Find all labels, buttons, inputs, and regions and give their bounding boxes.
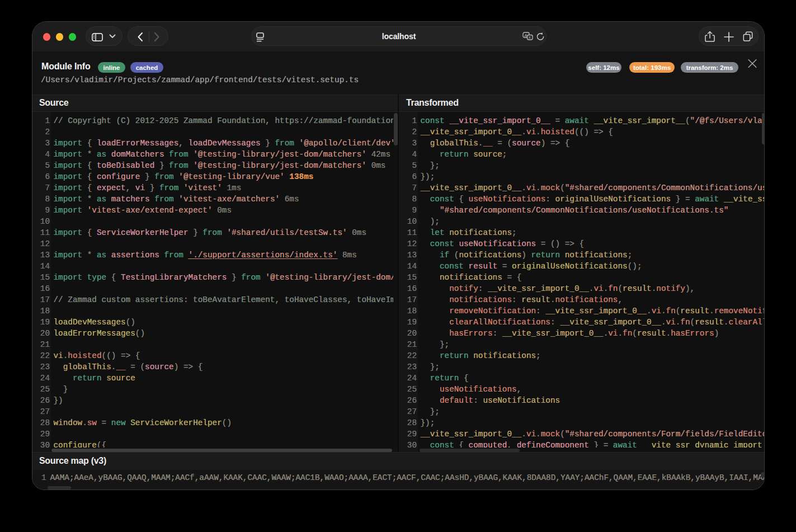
svg-text:x: x	[529, 35, 531, 40]
